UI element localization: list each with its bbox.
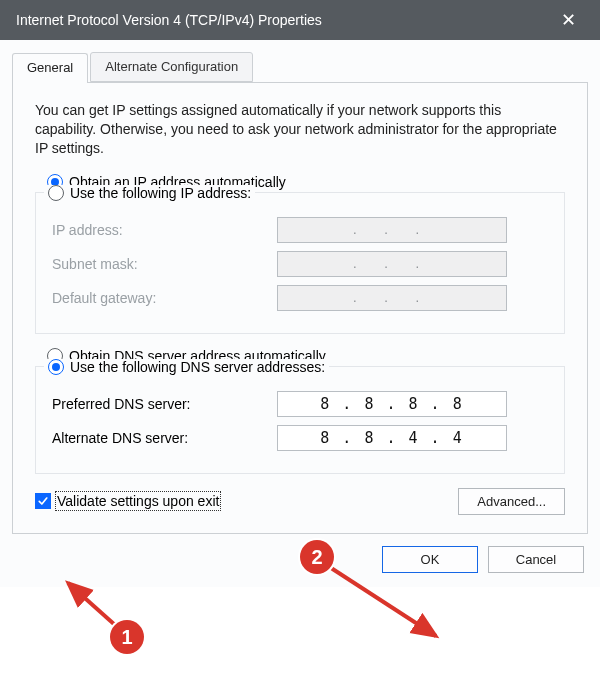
label-preferred-dns: Preferred DNS server: [52, 396, 277, 412]
annotation-badge-2: 2 [300, 540, 334, 574]
advanced-button[interactable]: Advanced... [458, 488, 565, 515]
client-area: General Alternate Configuration You can … [0, 40, 600, 587]
close-icon[interactable]: ✕ [551, 5, 586, 35]
radio-dns-manual[interactable]: Use the following DNS server addresses: [44, 359, 329, 375]
checkbox-validate-on-exit[interactable]: Validate settings upon exit [35, 493, 219, 509]
label-default-gateway: Default gateway: [52, 290, 277, 306]
ip-manual-group: Use the following IP address: IP address… [35, 192, 565, 334]
label-ip-address: IP address: [52, 222, 277, 238]
cancel-button[interactable]: Cancel [488, 546, 584, 573]
label-subnet-mask: Subnet mask: [52, 256, 277, 272]
ok-button[interactable]: OK [382, 546, 478, 573]
checkbox-label: Validate settings upon exit [57, 493, 219, 509]
radio-label: Use the following DNS server addresses: [70, 359, 325, 375]
tab-general[interactable]: General [12, 53, 88, 83]
checkbox-icon [35, 493, 51, 509]
dns-manual-group: Use the following DNS server addresses: … [35, 366, 565, 474]
tab-strip: General Alternate Configuration [12, 52, 588, 83]
input-preferred-dns[interactable]: 8 . 8 . 8 . 8 [277, 391, 507, 417]
label-alternate-dns: Alternate DNS server: [52, 430, 277, 446]
window-title: Internet Protocol Version 4 (TCP/IPv4) P… [16, 12, 322, 28]
annotation-badge-1: 1 [110, 620, 144, 654]
input-alternate-dns[interactable]: 8 . 8 . 4 . 4 [277, 425, 507, 451]
input-default-gateway: . . . [277, 285, 507, 311]
radio-label: Use the following IP address: [70, 185, 251, 201]
titlebar: Internet Protocol Version 4 (TCP/IPv4) P… [0, 0, 600, 40]
tab-alternate-configuration[interactable]: Alternate Configuration [90, 52, 253, 82]
radio-ip-manual[interactable]: Use the following IP address: [44, 185, 255, 201]
input-ip-address: . . . [277, 217, 507, 243]
bottom-row: Validate settings upon exit Advanced... [35, 488, 565, 515]
radio-icon [48, 185, 64, 201]
radio-icon [48, 359, 64, 375]
intro-text: You can get IP settings assigned automat… [35, 101, 565, 158]
tabpage-general: You can get IP settings assigned automat… [12, 83, 588, 534]
svg-line-0 [68, 583, 115, 625]
input-subnet-mask: . . . [277, 251, 507, 277]
